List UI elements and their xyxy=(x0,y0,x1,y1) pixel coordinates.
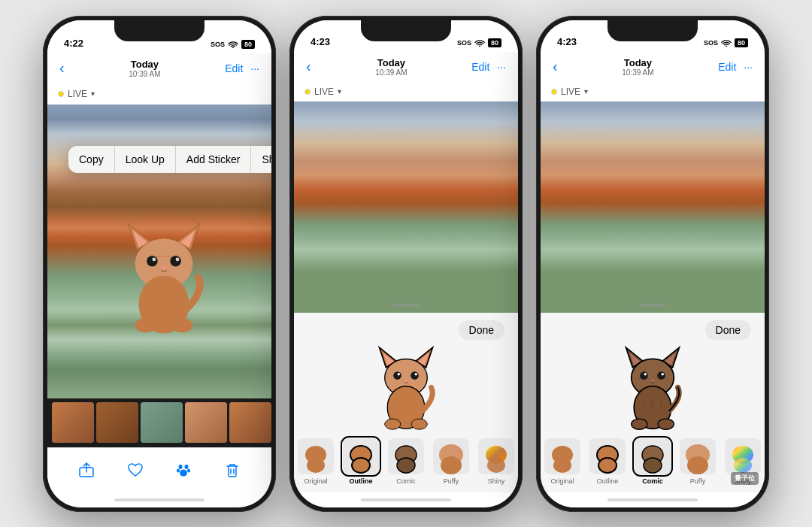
svg-point-57 xyxy=(644,373,647,376)
sos-label-2: SOS xyxy=(457,39,471,47)
back-chevron-3: ‹ xyxy=(553,58,558,75)
status-time-3: 4:23 xyxy=(557,36,577,47)
more-button-1[interactable]: ··· xyxy=(250,62,259,74)
sticker-thumb-outline-2 xyxy=(343,438,379,474)
back-button-2[interactable]: ‹ xyxy=(306,58,311,75)
sticker-thumb-original-3 xyxy=(544,438,580,474)
sticker-option-puffy-2[interactable]: Puffy xyxy=(433,438,469,485)
sticker-label-original-3: Original xyxy=(550,477,574,485)
cat-bg-2 xyxy=(294,101,518,313)
svg-point-48 xyxy=(487,458,505,473)
cat-figure-1 xyxy=(119,219,209,339)
sticker-option-comic-2[interactable]: Comic xyxy=(388,438,424,485)
live-bar-3: LIVE ▾ xyxy=(541,81,765,101)
share-button-1[interactable] xyxy=(76,459,97,480)
status-time-1: 4:22 xyxy=(64,38,83,49)
photo-area-3 xyxy=(541,101,765,313)
sos-label-3: SOS xyxy=(704,39,718,47)
svg-point-49 xyxy=(726,46,727,47)
trash-button-1[interactable] xyxy=(222,459,243,480)
paw-icon-1 xyxy=(175,462,192,478)
nav-bar-1: ‹ Today 10:39 AM Edit ··· xyxy=(47,53,271,83)
outline-thumb-svg-2 xyxy=(343,438,379,474)
sticker-option-original-3[interactable]: Original xyxy=(544,438,580,485)
heart-button-1[interactable] xyxy=(125,459,146,480)
comic-thumb-svg-2 xyxy=(388,438,424,474)
svg-point-7 xyxy=(170,256,180,267)
notch-3 xyxy=(607,20,698,41)
svg-point-42 xyxy=(397,458,415,473)
edit-button-2[interactable]: Edit xyxy=(471,61,489,73)
more-button-3[interactable]: ··· xyxy=(744,61,753,73)
sticker-thumb-puffy-3 xyxy=(680,438,716,474)
nav-title-2: Today 10:39 AM xyxy=(375,57,407,77)
svg-point-19 xyxy=(180,470,187,477)
thumb-1-4[interactable] xyxy=(185,402,227,443)
svg-point-17 xyxy=(177,469,180,473)
phone-2-screen: 4:23 SOS 80 ‹ Today xyxy=(294,20,518,507)
sticker-option-shiny-2[interactable]: Shiny xyxy=(478,438,514,485)
outline-thumb-svg-3 xyxy=(589,438,626,474)
live-label-2: LIVE xyxy=(314,86,334,97)
sticker-label-outline-3: Outline xyxy=(597,477,619,485)
context-add-sticker[interactable]: Add Sticker xyxy=(176,146,252,173)
context-copy[interactable]: Copy xyxy=(68,146,115,173)
back-button-1[interactable]: ‹ xyxy=(59,59,65,77)
svg-point-26 xyxy=(393,371,401,380)
home-indicator-1 xyxy=(47,492,271,507)
svg-point-33 xyxy=(411,419,427,429)
wifi-icon-3 xyxy=(721,39,732,47)
svg-point-29 xyxy=(415,373,418,376)
sticker-label-outline-2: Outline xyxy=(350,477,373,485)
sticker-option-comic-3[interactable]: Comic xyxy=(635,438,671,485)
live-bar-1: LIVE ▾ xyxy=(47,83,271,104)
sticker-label-comic-3: Comic xyxy=(642,477,663,485)
more-button-2[interactable]: ··· xyxy=(497,61,506,73)
svg-point-55 xyxy=(640,371,648,380)
sticker-option-puffy-3[interactable]: Puffy xyxy=(680,438,716,485)
svg-point-71 xyxy=(644,458,662,473)
edit-button-1[interactable]: Edit xyxy=(225,62,243,74)
paw-button-1[interactable] xyxy=(173,459,194,480)
thumb-1-2[interactable] xyxy=(96,402,138,443)
drag-handle-3[interactable] xyxy=(640,304,666,307)
share-icon-1 xyxy=(78,462,95,478)
svg-point-58 xyxy=(662,373,665,376)
status-time-2: 4:23 xyxy=(311,36,330,47)
sticker-label-shiny-2: Shiny xyxy=(488,477,505,485)
shiny-thumb-svg-3 xyxy=(725,438,761,474)
bottom-toolbar-1 xyxy=(47,447,271,492)
live-dot-2 xyxy=(304,89,311,95)
heart-icon-1 xyxy=(127,462,144,478)
svg-point-28 xyxy=(398,373,401,376)
live-chevron-1: ▾ xyxy=(91,89,95,98)
sticker-option-outline-2[interactable]: Outline xyxy=(343,438,379,485)
nav-actions-3: Edit ··· xyxy=(718,61,753,73)
svg-point-8 xyxy=(152,258,156,262)
nav-bar-3: ‹ Today 10:39 AM Edit ··· xyxy=(541,52,765,81)
thumb-1-1[interactable] xyxy=(52,402,94,443)
svg-point-6 xyxy=(147,256,157,267)
back-button-3[interactable]: ‹ xyxy=(553,58,558,75)
wifi-icon-2 xyxy=(474,39,485,47)
done-button-2[interactable]: Done xyxy=(459,320,504,340)
edit-button-3[interactable]: Edit xyxy=(718,61,736,73)
svg-point-0 xyxy=(232,47,234,48)
main-container: 4:22 SOS 80 ‹ Today xyxy=(28,8,784,519)
status-icons-2: SOS 80 xyxy=(457,38,501,47)
thumb-1-3[interactable] xyxy=(141,402,183,443)
svg-point-16 xyxy=(185,465,189,469)
context-lookup[interactable]: Look Up xyxy=(115,146,176,173)
drag-handle-2[interactable] xyxy=(393,304,420,307)
svg-point-77 xyxy=(734,458,752,473)
context-menu-1: Copy Look Up Add Sticker Share... xyxy=(68,146,271,173)
sticker-option-original-2[interactable]: Original xyxy=(298,438,334,485)
thumb-1-5[interactable] xyxy=(229,402,271,443)
context-share[interactable]: Share... xyxy=(251,146,271,173)
sos-label-1: SOS xyxy=(211,41,225,48)
sticker-panel-3: Done xyxy=(541,313,765,492)
done-button-3[interactable]: Done xyxy=(705,320,751,340)
svg-point-74 xyxy=(687,456,708,474)
done-row-2: Done xyxy=(294,313,518,344)
sticker-option-outline-3[interactable]: Outline xyxy=(589,438,626,485)
